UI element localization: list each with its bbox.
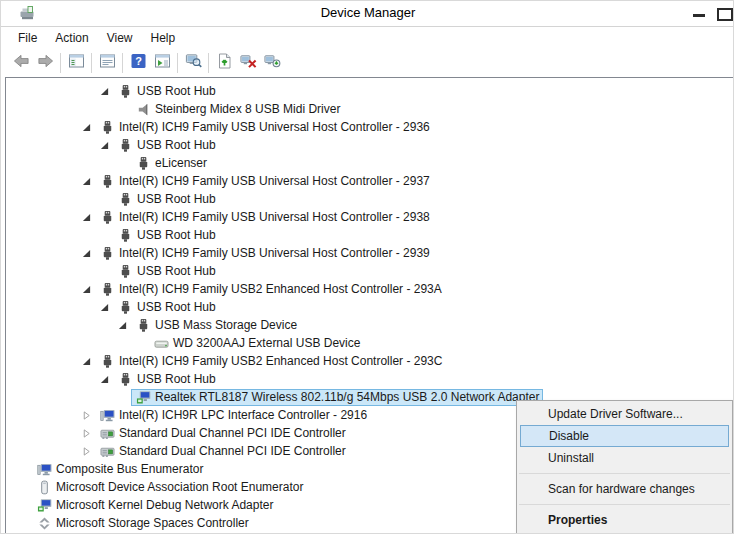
toolbar-separator bbox=[91, 53, 92, 73]
softdev-icon bbox=[36, 479, 52, 495]
show-console-tree-icon bbox=[68, 53, 85, 73]
tree-item-intel-r-ich9-family-usb2-enhanced-host-controller-293c[interactable]: Intel(R) ICH9 Family USB2 Enhanced Host … bbox=[7, 352, 733, 370]
usb-icon bbox=[99, 353, 115, 369]
expander-expanded-icon[interactable] bbox=[77, 172, 95, 190]
tree-item-intel-r-ich9-family-usb2-enhanced-host-controller-293a[interactable]: Intel(R) ICH9 Family USB2 Enhanced Host … bbox=[7, 280, 733, 298]
menu-bar: FileActionViewHelp bbox=[1, 27, 734, 48]
tree-item-label: Realtek RTL8187 Wireless 802.11b/g 54Mbp… bbox=[155, 389, 539, 405]
item-content: USB Root Hub bbox=[113, 263, 220, 280]
tree-item-label: USB Mass Storage Device bbox=[155, 317, 297, 333]
tree-item-intel-r-ich9-family-usb-universal-host-controller-2936[interactable]: Intel(R) ICH9 Family USB Universal Host … bbox=[7, 118, 733, 136]
tree-item-usb-mass-storage-device[interactable]: USB Mass Storage Device bbox=[7, 316, 733, 334]
scan-hardware-icon bbox=[264, 53, 281, 73]
tree-item-elicenser[interactable]: eLicenser bbox=[7, 154, 733, 172]
menubar-item-action[interactable]: Action bbox=[46, 29, 97, 47]
context-menu-item-update-driver-software[interactable]: Update Driver Software... bbox=[517, 403, 732, 425]
context-menu-item-properties[interactable]: Properties bbox=[517, 509, 732, 531]
expander-spacer bbox=[95, 190, 113, 208]
item-content: Intel(R) ICH9R LPC Interface Controller … bbox=[95, 407, 371, 424]
tree-item-label: Intel(R) ICH9 Family USB2 Enhanced Host … bbox=[119, 353, 442, 369]
expander-expanded-icon[interactable] bbox=[77, 280, 95, 298]
console-window-button[interactable] bbox=[151, 52, 173, 74]
tree-item-usb-root-hub[interactable]: USB Root Hub bbox=[7, 298, 733, 316]
console-window-icon bbox=[154, 53, 171, 73]
title-bar: Device Manager bbox=[1, 1, 734, 27]
tree-item-label: Standard Dual Channel PCI IDE Controller bbox=[119, 443, 346, 459]
tree-item-label: Composite Bus Enumerator bbox=[56, 461, 203, 477]
item-content: Intel(R) ICH9 Family USB Universal Host … bbox=[95, 119, 434, 136]
tree-item-wd-3200aaj-external-usb-device[interactable]: WD 3200AAJ External USB Device bbox=[7, 334, 733, 352]
toolbar-separator bbox=[177, 53, 178, 73]
context-menu-item-disable[interactable]: Disable bbox=[520, 425, 729, 447]
expander-expanded-icon[interactable] bbox=[95, 136, 113, 154]
item-content: USB Root Hub bbox=[113, 83, 220, 100]
properties-window-button[interactable] bbox=[96, 52, 118, 74]
item-content: USB Root Hub bbox=[113, 371, 220, 388]
maximize-button[interactable] bbox=[717, 8, 733, 21]
uninstall-device-button[interactable] bbox=[237, 52, 259, 74]
speaker-icon bbox=[135, 101, 151, 117]
uninstall-device-icon bbox=[240, 53, 257, 73]
usb-icon bbox=[117, 227, 133, 243]
menubar-item-file[interactable]: File bbox=[9, 29, 46, 47]
expander-expanded-icon[interactable] bbox=[77, 208, 95, 226]
item-content: USB Root Hub bbox=[113, 137, 220, 154]
expander-collapsed-icon[interactable] bbox=[77, 424, 95, 442]
tree-item-usb-root-hub[interactable]: USB Root Hub bbox=[7, 226, 733, 244]
expander-collapsed-icon[interactable] bbox=[77, 442, 95, 460]
item-content: WD 3200AAJ External USB Device bbox=[149, 335, 364, 352]
scan-hardware-button[interactable] bbox=[261, 52, 283, 74]
tree-item-steinberg-midex-8-usb-midi-driver[interactable]: Steinberg Midex 8 USB Midi Driver bbox=[7, 100, 733, 118]
tree-item-usb-root-hub[interactable]: USB Root Hub bbox=[7, 262, 733, 280]
expander-expanded-icon[interactable] bbox=[77, 118, 95, 136]
window-title: Device Manager bbox=[1, 5, 734, 20]
expander-spacer bbox=[113, 100, 131, 118]
expander-expanded-icon[interactable] bbox=[95, 298, 113, 316]
back-arrow-button[interactable] bbox=[10, 52, 32, 74]
tree-item-label: USB Root Hub bbox=[137, 83, 216, 99]
tree-item-label: Intel(R) ICH9 Family USB2 Enhanced Host … bbox=[119, 281, 442, 297]
menubar-item-help[interactable]: Help bbox=[142, 29, 185, 47]
search-computer-button[interactable] bbox=[182, 52, 204, 74]
tree-item-usb-root-hub[interactable]: USB Root Hub bbox=[7, 190, 733, 208]
tree-item-usb-root-hub[interactable]: USB Root Hub bbox=[7, 136, 733, 154]
svg-text:?: ? bbox=[135, 55, 142, 67]
tree-item-intel-r-ich9-family-usb-universal-host-controller-2938[interactable]: Intel(R) ICH9 Family USB Universal Host … bbox=[7, 208, 733, 226]
context-menu-item-uninstall[interactable]: Uninstall bbox=[517, 447, 732, 469]
expander-collapsed-icon[interactable] bbox=[77, 406, 95, 424]
update-driver-button[interactable] bbox=[213, 52, 235, 74]
item-content: USB Mass Storage Device bbox=[131, 317, 301, 334]
expander-expanded-icon[interactable] bbox=[95, 82, 113, 100]
help-button[interactable]: ? bbox=[127, 52, 149, 74]
expander-expanded-icon[interactable] bbox=[113, 316, 131, 334]
tree-item-label: Intel(R) ICH9 Family USB Universal Host … bbox=[119, 245, 430, 261]
expander-spacer bbox=[113, 154, 131, 172]
item-content: USB Root Hub bbox=[113, 191, 220, 208]
toolbar-separator bbox=[208, 53, 209, 73]
expander-expanded-icon[interactable] bbox=[77, 244, 95, 262]
properties-window-icon bbox=[99, 53, 116, 73]
show-console-tree-button[interactable] bbox=[65, 52, 87, 74]
tree-item-usb-root-hub[interactable]: USB Root Hub bbox=[7, 370, 733, 388]
expander-spacer bbox=[14, 532, 32, 533]
item-content: Standard Dual Channel PCI IDE Controller bbox=[95, 425, 350, 442]
usb-icon bbox=[99, 209, 115, 225]
tree-item-label: Microsoft Device Association Root Enumer… bbox=[56, 479, 303, 495]
menubar-item-view[interactable]: View bbox=[98, 29, 142, 47]
tree-item-intel-r-ich9-family-usb-universal-host-controller-2937[interactable]: Intel(R) ICH9 Family USB Universal Host … bbox=[7, 172, 733, 190]
forward-arrow-button[interactable] bbox=[34, 52, 56, 74]
expander-spacer bbox=[95, 262, 113, 280]
tree-item-usb-root-hub[interactable]: USB Root Hub bbox=[7, 82, 733, 100]
minimize-button[interactable] bbox=[693, 14, 705, 17]
context-menu-item-scan-for-hardware-changes[interactable]: Scan for hardware changes bbox=[517, 478, 732, 500]
selected-item-content: Realtek RTL8187 Wireless 802.11b/g 54Mbp… bbox=[131, 389, 543, 406]
expander-expanded-icon[interactable] bbox=[95, 370, 113, 388]
tree-item-label: USB Root Hub bbox=[137, 191, 216, 207]
expander-spacer bbox=[113, 388, 131, 406]
tree-item-intel-r-ich9-family-usb-universal-host-controller-2939[interactable]: Intel(R) ICH9 Family USB Universal Host … bbox=[7, 244, 733, 262]
usb-icon bbox=[99, 245, 115, 261]
expander-expanded-icon[interactable] bbox=[77, 352, 95, 370]
help-icon: ? bbox=[130, 53, 147, 73]
tree-item-label: USB Root Hub bbox=[137, 299, 216, 315]
ide-icon bbox=[99, 425, 115, 441]
